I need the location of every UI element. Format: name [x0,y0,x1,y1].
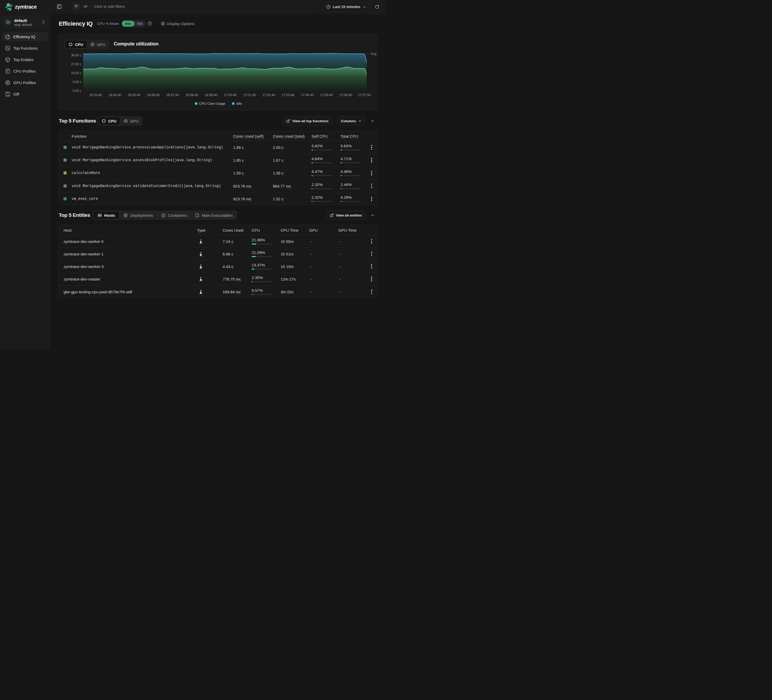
svg-text:27.00 c: 27.00 c [71,62,81,66]
svg-text:0.00 c: 0.00 c [73,89,81,93]
svg-text:16:58:40: 16:58:40 [186,93,198,97]
svg-text:9.00 c: 9.00 c [73,80,81,84]
svg-text:16:57:40: 16:57:40 [166,93,179,97]
svg-text:17:00:40: 17:00:40 [224,93,237,97]
svg-text:36.00 c: 36.00 c [71,54,81,57]
svg-text:17:07:50: 17:07:50 [358,93,371,97]
svg-text:16:54:40: 16:54:40 [108,93,121,97]
svg-text:17:05:40: 17:05:40 [320,93,333,97]
svg-text:16:55:40: 16:55:40 [128,93,141,97]
svg-text:16:56:40: 16:56:40 [147,93,160,97]
svg-text:17:04:40: 17:04:40 [301,93,314,97]
svg-text:17:03:40: 17:03:40 [282,93,294,97]
svg-text:16:53:40: 16:53:40 [89,93,102,97]
svg-text:17:01:40: 17:01:40 [243,93,256,97]
svg-text:18.00 c: 18.00 c [71,71,81,75]
svg-text:Avg: Avg [371,52,376,55]
svg-text:17:02:40: 17:02:40 [262,93,275,97]
svg-text:16:59:40: 16:59:40 [204,93,218,97]
svg-text:17:06:40: 17:06:40 [339,93,352,97]
